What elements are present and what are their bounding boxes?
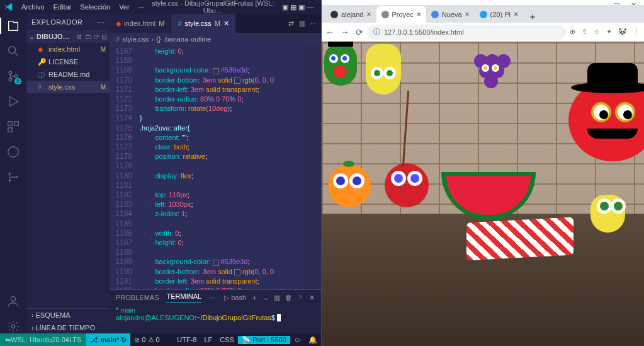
- back-icon[interactable]: ←: [325, 27, 334, 37]
- tab-problemas[interactable]: PROBLEMAS: [116, 294, 159, 301]
- close-tab-icon[interactable]: ×: [366, 10, 371, 19]
- timeline-section[interactable]: › LÍNEA DE TIEMPO: [26, 321, 110, 333]
- outline-section[interactable]: › ESQUEMA: [26, 308, 110, 321]
- extensions-icon[interactable]: [6, 120, 20, 134]
- github-favicon-icon: [330, 11, 338, 18]
- css-file-icon: #: [178, 20, 181, 27]
- favicon-icon: [480, 11, 487, 18]
- tab-more[interactable]: ···: [209, 294, 215, 301]
- terminal-panel: PROBLEMAS TERMINAL ··· ▷ bash ＋ ⌄ ▥ 🗑 ＾ …: [110, 289, 321, 333]
- terminal-dropdown-icon[interactable]: ⌄: [263, 294, 269, 302]
- address-bar-row: ← → ⟳ ⓘ 127.0.0.1:5500/index.html ⊕ ⇪ ☆ …: [322, 23, 644, 42]
- file-readme[interactable]: ⓘREADME.md: [26, 68, 110, 81]
- info-file-icon: ⓘ: [38, 71, 45, 78]
- share-icon[interactable]: ⇪: [582, 28, 587, 36]
- new-terminal-icon[interactable]: ＋: [251, 293, 258, 303]
- kill-terminal-icon[interactable]: 🗑: [285, 294, 292, 301]
- folder-header[interactable]: ⌄ DIBUJO… 🗎🗀⟳⊟: [26, 30, 110, 43]
- more-icon[interactable]: ···: [310, 20, 316, 27]
- menu-editar[interactable]: Editar: [50, 2, 76, 12]
- close-tab-icon[interactable]: ×: [417, 10, 421, 19]
- svg-point-11: [11, 297, 15, 301]
- code-editor[interactable]: 1167 1168 1169 1170 1171 1172 1173 1174 …: [110, 45, 321, 289]
- run-debug-icon[interactable]: [6, 95, 20, 108]
- encoding-status[interactable]: UTF-8: [173, 336, 200, 344]
- site-info-icon[interactable]: ⓘ: [373, 27, 380, 37]
- search-icon[interactable]: ⊕: [570, 28, 575, 36]
- remote-status[interactable]: ⇋ WSL: Ubuntu20.04LTS: [0, 333, 86, 346]
- file-license[interactable]: 🔑LICENSE: [26, 55, 110, 68]
- extensions-icon[interactable]: ✦: [606, 28, 612, 36]
- html-file-icon: ◆: [38, 45, 45, 53]
- new-file-icon[interactable]: 🗎: [76, 33, 83, 41]
- explorer-header: EXPLORADOR···: [26, 14, 110, 30]
- menu-icon[interactable]: ⋮: [633, 28, 640, 36]
- collapse-icon[interactable]: ⊟: [101, 33, 107, 41]
- btab-3[interactable]: Nueva×: [426, 6, 475, 23]
- chevron-right-icon: ›: [31, 311, 34, 319]
- feedback-icon[interactable]: ☺: [290, 336, 305, 344]
- svg-point-2: [9, 78, 12, 81]
- lang-status[interactable]: CSS: [216, 336, 238, 344]
- menu-ver[interactable]: Ver: [115, 2, 133, 12]
- explorer-more-icon[interactable]: ···: [98, 18, 105, 26]
- file-style-css[interactable]: #style.cssM: [26, 81, 110, 93]
- new-tab-icon[interactable]: ＋: [523, 11, 542, 23]
- problems-status[interactable]: ⊘ 0 ⚠ 0: [130, 336, 163, 344]
- breadcrumbs[interactable]: #style.css›{}.banana-outline: [110, 33, 321, 45]
- svg-point-3: [14, 75, 18, 78]
- remote-icon[interactable]: [6, 145, 20, 159]
- eol-status[interactable]: LF: [200, 336, 216, 344]
- editor-area: ◆index.htmlM #style.cssM✕ ⇄▥··· #style.c…: [110, 14, 321, 333]
- bookmark-icon[interactable]: ☆: [594, 28, 600, 36]
- btab-2[interactable]: Proyec×: [376, 6, 426, 23]
- layout-controls[interactable]: ▣ ▦ ▣ —: [278, 3, 317, 11]
- settings-icon[interactable]: [6, 320, 20, 333]
- close-tab-icon[interactable]: ✕: [223, 20, 229, 28]
- menu-seleccion[interactable]: Selección: [76, 2, 114, 12]
- status-bar: ⇋ WSL: Ubuntu20.04LTS ⎇ main* ↻ ⊘ 0 ⚠ 0 …: [0, 333, 321, 346]
- file-index-html[interactable]: ◆index.htmlM: [26, 43, 110, 55]
- page-viewport: [322, 42, 644, 346]
- cherry-drawing: [385, 163, 429, 207]
- split-icon[interactable]: ▥: [299, 20, 305, 28]
- code-content[interactable]: · · height: 0; · · background-color: #53…: [140, 45, 321, 289]
- tab-terminal[interactable]: TERMINAL: [166, 292, 201, 303]
- split-terminal-icon[interactable]: ▥: [274, 294, 280, 302]
- btab-1[interactable]: alejand×: [325, 6, 376, 23]
- menu-more[interactable]: ···: [135, 2, 148, 12]
- refresh-icon[interactable]: ⟳: [94, 33, 99, 41]
- accounts-icon[interactable]: [6, 294, 20, 308]
- search-icon[interactable]: [6, 44, 20, 58]
- liveserver-status[interactable]: 📡 Port : 5500: [238, 336, 290, 344]
- profile-icon[interactable]: 🐼: [618, 28, 627, 36]
- reload-icon[interactable]: ⟳: [356, 27, 363, 37]
- close-tab-icon[interactable]: ×: [514, 10, 518, 19]
- svg-point-7: [8, 147, 19, 158]
- tab-style-css[interactable]: #style.cssM✕: [171, 14, 235, 33]
- git-graph-icon[interactable]: [6, 170, 20, 184]
- orange-drawing: [328, 164, 371, 207]
- shell-select[interactable]: ▷ bash: [224, 294, 246, 302]
- btab-4[interactable]: (20) Pi×: [475, 6, 523, 23]
- chevron-right-icon: ›: [151, 35, 154, 43]
- source-control-icon[interactable]: 2: [6, 69, 20, 83]
- branch-status[interactable]: ⎇ main* ↻: [86, 333, 130, 346]
- address-bar[interactable]: ⓘ 127.0.0.1:5500/index.html: [367, 25, 566, 40]
- page-favicon-icon: [381, 11, 389, 18]
- maximize-terminal-icon[interactable]: ＾: [297, 293, 304, 303]
- compare-icon[interactable]: ⇄: [288, 20, 294, 28]
- window-title: style.css - DibujoGrupalGitFrutas [WSL: …: [149, 0, 277, 14]
- explorer-icon[interactable]: [6, 19, 20, 33]
- terminal-body[interactable]: * main alejandro@ALESUGENO:~/DibujoGrupa…: [110, 305, 321, 333]
- css-file-icon: #: [38, 83, 45, 91]
- css-file-icon: #: [116, 35, 120, 43]
- tab-index-html[interactable]: ◆index.htmlM: [110, 14, 171, 33]
- close-tab-icon[interactable]: ×: [465, 10, 470, 19]
- new-folder-icon[interactable]: 🗀: [85, 33, 92, 41]
- close-terminal-icon[interactable]: ✕: [309, 294, 315, 302]
- forward-icon[interactable]: →: [341, 27, 349, 37]
- notifications-icon[interactable]: 🔔: [305, 336, 321, 344]
- menu-archivo[interactable]: Archivo: [18, 2, 48, 12]
- minimap[interactable]: [303, 45, 321, 289]
